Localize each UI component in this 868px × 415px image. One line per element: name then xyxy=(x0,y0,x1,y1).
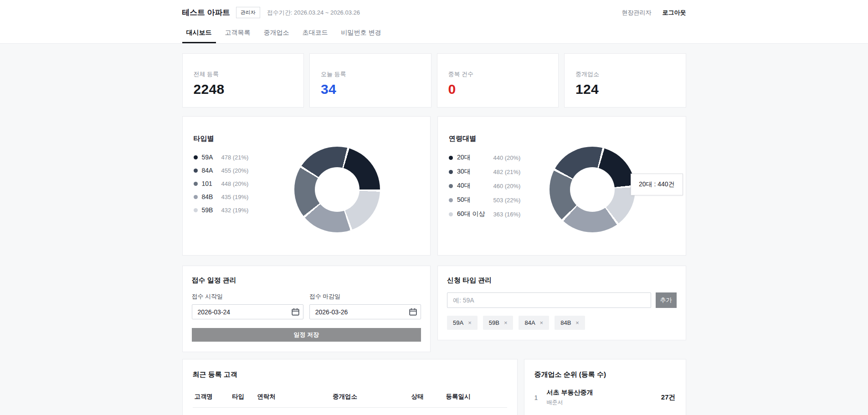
type-input[interactable] xyxy=(447,292,651,308)
tab-item[interactable]: 중개업소 xyxy=(260,29,293,43)
end-date-label: 접수 마감일 xyxy=(309,292,421,301)
logout-button[interactable]: 로그아웃 xyxy=(663,9,686,17)
list-item: 1 서초 부동산중개 배준서 27건 xyxy=(534,389,676,406)
legend-item: 50대 xyxy=(449,196,485,204)
registration-period: 접수기간: 2026.03.24 ~ 2026.03.26 xyxy=(267,9,360,17)
calendar-icon[interactable] xyxy=(292,308,299,316)
legend-label: 30대 xyxy=(457,168,471,176)
add-type-button[interactable]: 추가 xyxy=(656,292,677,308)
legend-item: 84A xyxy=(194,167,213,174)
stat-label: 전체 등록 xyxy=(194,70,293,78)
remove-tag-icon[interactable]: × xyxy=(540,320,544,326)
start-date-label: 접수 시작일 xyxy=(192,292,303,301)
tab-item[interactable]: 초대코드 xyxy=(298,29,332,43)
legend-label: 59A xyxy=(202,154,213,161)
col-date: 등록일시 xyxy=(444,386,507,408)
legend-item: 84B xyxy=(194,193,213,200)
remove-tag-icon[interactable]: × xyxy=(504,320,508,326)
recent-customers-table: 고객명 타입 연락처 중개업소 상태 등록일시 변건우 101 010- xyxy=(193,386,507,415)
legend-value: 435 (19%) xyxy=(221,194,248,200)
cell-phone: 010-4741-8260 xyxy=(255,408,331,415)
legend-dot-icon xyxy=(449,212,453,216)
legend-value: 503 (22%) xyxy=(493,197,520,204)
legend-item: 40대 xyxy=(449,182,485,190)
schedule-title: 접수 일정 관리 xyxy=(192,276,421,285)
legend-label: 60대 이상 xyxy=(457,210,485,218)
legend-value: 432 (19%) xyxy=(221,207,248,214)
registration-count: 27건 xyxy=(661,393,676,402)
stat-card: 중개업소 124 xyxy=(564,53,686,108)
legend-value: 478 (21%) xyxy=(221,154,248,161)
type-tag-label: 59A xyxy=(453,319,463,326)
remove-tag-icon[interactable]: × xyxy=(468,320,472,326)
calendar-icon[interactable] xyxy=(409,308,417,316)
legend-label: 84A xyxy=(202,167,213,174)
stat-cards: 전체 등록 2248 오늘 등록 34 중복 건수 0 중개업소 124 xyxy=(182,53,686,108)
type-chart-card: 타입별 59A 478 (21%) 84A 455 (20%) 101 448 … xyxy=(182,116,431,256)
stat-value: 2248 xyxy=(194,82,293,97)
agent-name: 배준서 xyxy=(547,399,661,406)
stat-value: 124 xyxy=(575,82,675,97)
stat-card: 중복 건수 0 xyxy=(437,53,559,108)
schedule-card: 접수 일정 관리 접수 시작일 접수 마감일 xyxy=(182,266,431,352)
type-donut-chart[interactable] xyxy=(294,147,380,232)
stat-label: 오늘 등록 xyxy=(321,70,420,78)
legend-item: 60대 이상 xyxy=(449,210,485,218)
legend-label: 50대 xyxy=(457,196,471,204)
type-chart-title: 타입별 xyxy=(194,134,420,143)
stat-value: 34 xyxy=(321,82,420,97)
stat-value: 0 xyxy=(448,82,548,97)
type-tag: 59B× xyxy=(483,316,514,330)
stat-label: 중복 건수 xyxy=(448,70,548,78)
tab-item[interactable]: 대시보드 xyxy=(182,29,216,43)
stat-card: 오늘 등록 34 xyxy=(309,53,431,108)
agency-ranking-list: 1 서초 부동산중개 배준서 27건 2 광주 부동산 한하은 xyxy=(534,389,676,415)
col-agency: 중개업소 xyxy=(331,386,410,408)
type-tag-label: 84A xyxy=(524,319,535,326)
stat-label: 중개업소 xyxy=(575,70,675,78)
legend-value: 482 (21%) xyxy=(493,169,520,175)
age-donut-chart[interactable] xyxy=(550,147,635,232)
legend-dot-icon xyxy=(194,182,198,186)
cell-status: 정상 xyxy=(410,408,444,415)
recent-customers-card: 최근 등록 고객 고객명 타입 연락처 중개업소 상태 등록일시 xyxy=(182,359,518,415)
legend-label: 101 xyxy=(202,180,212,187)
type-tag-label: 59B xyxy=(489,319,499,326)
legend-item: 59A xyxy=(194,154,213,161)
site-manager-link[interactable]: 현장관리자 xyxy=(622,9,652,17)
legend-value: 455 (20%) xyxy=(221,167,248,174)
legend-item: 101 xyxy=(194,180,213,187)
legend-value: 440 (20%) xyxy=(493,154,520,161)
charts-row: 타입별 59A 478 (21%) 84A 455 (20%) 101 448 … xyxy=(182,116,686,256)
type-tag: 84A× xyxy=(519,316,549,330)
apply-types-card: 신청 타입 관리 추가 59A× 59B× 84A× 84B× xyxy=(437,266,686,340)
chart-tooltip: 20대 : 440건 xyxy=(631,174,683,195)
table-header-row: 고객명 타입 연락처 중개업소 상태 등록일시 xyxy=(193,386,507,408)
legend-dot-icon xyxy=(194,208,198,212)
legend-item: 30대 xyxy=(449,168,485,176)
start-date-input[interactable] xyxy=(192,304,303,319)
type-chart-legend: 59A 478 (21%) 84A 455 (20%) 101 448 (20%… xyxy=(194,154,283,232)
stat-card: 전체 등록 2248 xyxy=(182,53,304,108)
end-date-input[interactable] xyxy=(309,304,421,319)
legend-value: 460 (20%) xyxy=(493,183,520,190)
type-tag: 59A× xyxy=(447,316,478,330)
legend-dot-icon xyxy=(194,155,198,159)
legend-dot-icon xyxy=(194,195,198,199)
tab-item[interactable]: 비밀번호 변경 xyxy=(337,29,385,43)
legend-label: 40대 xyxy=(457,182,471,190)
age-chart-title: 연령대별 xyxy=(449,134,675,143)
col-status: 상태 xyxy=(410,386,444,408)
management-row: 접수 일정 관리 접수 시작일 접수 마감일 xyxy=(182,266,686,352)
cell-agency: 김포 부동산중개 xyxy=(331,408,410,415)
apply-types-title: 신청 타입 관리 xyxy=(447,276,677,285)
age-chart-legend: 20대 440 (20%) 30대 482 (21%) 40대 460 (20%… xyxy=(449,154,538,232)
age-chart-card: 연령대별 20대 440 (20%) 30대 482 (21%) 40대 460… xyxy=(437,116,686,256)
legend-dot-icon xyxy=(449,170,453,174)
legend-dot-icon xyxy=(449,156,453,160)
remove-tag-icon[interactable]: × xyxy=(575,320,579,326)
save-schedule-button[interactable]: 일정 저장 xyxy=(192,328,421,342)
main-tabs: 대시보드 고객목록 중개업소 초대코드 비밀번호 변경 xyxy=(182,29,686,43)
tab-item[interactable]: 고객목록 xyxy=(221,29,255,43)
agency-ranking-title: 중개업소 순위 (등록 수) xyxy=(534,370,676,379)
